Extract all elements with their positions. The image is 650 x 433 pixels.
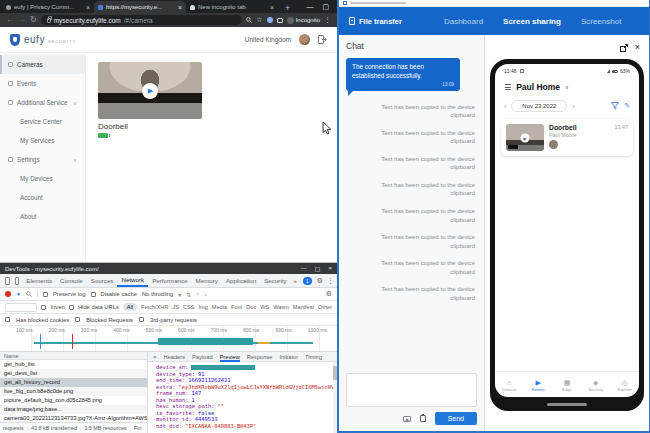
address-bar[interactable]: mysecurity.eufylife.com /#/camera [41,15,243,25]
preview-json-body[interactable]: device_sn: device_type:91 end_time:16692… [148,362,337,433]
hamburger-menu-icon[interactable]: ☰ [504,83,511,92]
hide-data-urls-checkbox[interactable] [69,305,74,310]
minimize-icon[interactable]: — [306,3,313,11]
filter-icon[interactable] [611,102,619,110]
devtools-tab[interactable]: Network [117,274,148,287]
detail-tab[interactable]: Response [247,352,273,362]
devtools-tab[interactable]: Sources [87,274,118,287]
home-chevron-icon[interactable]: ∨ [565,84,569,90]
devtools-tab[interactable]: Security [260,274,290,287]
logout-icon[interactable] [318,35,327,44]
request-type-filter[interactable]: CSS [183,304,195,310]
third-party-checkbox[interactable] [139,317,144,322]
detail-tab[interactable]: Timing [305,352,322,362]
next-day-icon[interactable]: › [572,103,574,110]
network-request-row[interactable]: live_big_con.b8e8c0de.png [0,387,147,396]
edit-icon[interactable]: ✎ [624,102,630,110]
attach-image-icon[interactable] [403,416,411,422]
devtools-settings-icon[interactable]: ⚙ [317,277,323,285]
phone-nav-item[interactable]: ⌂ Devices [495,378,524,392]
request-type-filter[interactable]: Media [212,304,227,310]
camera-thumbnail[interactable]: ▶ [98,62,202,119]
network-request-row[interactable]: picture_default_big_con.d05c2845.png [0,396,147,405]
request-type-filter[interactable]: JS [172,304,179,310]
detail-tab[interactable]: Headers [164,352,186,362]
sidebar-item[interactable]: Events ∨ [0,74,85,93]
issues-badge[interactable]: 1 [303,277,312,285]
search-icon[interactable] [246,17,252,24]
file-transfer-button[interactable]: File transfer [349,17,402,26]
export-har-icon[interactable]: ↓ [204,291,207,297]
blocked-cookies-checkbox[interactable] [5,317,10,322]
home-title[interactable]: Paul Home [516,82,560,92]
phone-nav-item[interactable]: ◎ Explore [610,378,639,392]
forward-icon[interactable]: → [18,16,26,24]
request-type-filter[interactable]: Manifest [293,304,314,310]
filter-input[interactable] [5,303,37,312]
event-thumbnail[interactable]: ▶ [506,124,544,151]
shared-phone-screen[interactable]: 13:48 63% ☰ Paul Home ∨ [490,59,644,411]
user-avatar[interactable] [299,34,310,45]
remote-nav-tab[interactable]: Screenshot [581,17,621,26]
devtools-tab[interactable]: Application [222,274,260,287]
sidebar-item[interactable]: About ∨ [0,207,85,226]
detail-tab[interactable]: Payload [192,352,213,362]
camera-card[interactable]: ▶ Doorbell [98,62,202,138]
request-type-filter[interactable]: Font [231,304,242,310]
sidebar-item[interactable]: Settings ∨ [0,150,85,169]
more-tabs-icon[interactable]: » [292,278,299,284]
devtools-maximize-icon[interactable]: ▢ [315,265,321,272]
network-request-row[interactable]: camera00_20221123134733.jpg?X-Amz-Algori… [0,414,147,422]
remote-nav-tab[interactable]: Screen sharing [503,17,561,26]
devtools-tab[interactable]: Elements [22,274,56,287]
browser-menu-icon[interactable]: ⋮ [324,16,331,24]
tab-close-icon[interactable]: × [270,4,274,11]
tab-close-icon[interactable]: × [86,4,90,11]
search-network-icon[interactable] [26,291,32,297]
play-icon[interactable]: ▶ [142,83,158,99]
request-type-filter[interactable]: Doc [246,304,256,310]
tab-close-icon[interactable]: × [178,4,182,11]
detail-tab[interactable]: Preview [220,352,240,362]
network-request-row[interactable]: get_hub_list [0,360,147,369]
open-external-icon[interactable] [620,44,628,52]
devtools-tab[interactable]: Performance [148,274,191,287]
detail-tab[interactable]: Initiator [279,352,298,362]
region-selector[interactable]: United Kingdom [245,36,291,43]
date-pill[interactable]: Nov 23,2022 [511,100,567,112]
extension-icon[interactable] [267,17,273,23]
phone-nav-item[interactable]: ◈ Security [581,378,610,392]
back-icon[interactable]: ← [6,16,14,24]
send-button[interactable]: Send [435,412,477,425]
sidebar-item[interactable]: My Services ∨ [0,131,85,150]
network-request-row[interactable]: get_all_history_record [0,378,147,387]
devtools-menu-icon[interactable]: ⋮ [327,277,334,285]
network-overview-timeline[interactable]: 100 ms 200 ms 300 ms 400 ms 500 ms 600 m… [0,326,337,352]
request-type-filter[interactable]: Img [198,304,207,310]
sidebar-item[interactable]: Additional Service ∨ [0,93,85,112]
clipboard-icon[interactable] [420,415,426,422]
sidebar-item[interactable]: Service Center ∨ [0,112,85,131]
invert-checkbox[interactable] [41,305,46,310]
phone-nav-item[interactable]: ▦ Edge [553,378,582,392]
network-settings-icon[interactable]: ⚙ [326,290,332,298]
browser-tab[interactable]: eufy | Privacy Comm... × [2,1,94,13]
inspect-element-icon[interactable] [5,277,10,285]
phone-nav-item[interactable]: ▶ Events [524,378,553,392]
device-toolbar-icon[interactable] [15,277,20,285]
import-har-icon[interactable]: ↑ [196,291,199,297]
chat-input[interactable] [346,373,477,407]
devtools-close-icon[interactable]: × [328,265,332,272]
sidebar-item[interactable]: Account ∨ [0,188,85,207]
request-type-filter[interactable]: Fetch/XHR [141,304,168,310]
close-icon[interactable]: × [635,43,640,52]
disable-cache-checkbox[interactable] [91,292,96,297]
sidebar-item[interactable]: My Devices ∨ [0,169,85,188]
browser-tab[interactable]: New incognito tab × [186,1,278,13]
devtools-tab[interactable]: Console [56,274,87,287]
throttling-chevron-icon[interactable]: ▾ [178,291,181,298]
event-card[interactable]: ▶ Doorbell Paul Moore 13:47 [501,119,633,156]
side-panel-icon[interactable] [277,18,283,23]
throttling-dropdown[interactable]: No throttling [142,291,173,297]
reload-icon[interactable]: ↻ [30,16,37,24]
